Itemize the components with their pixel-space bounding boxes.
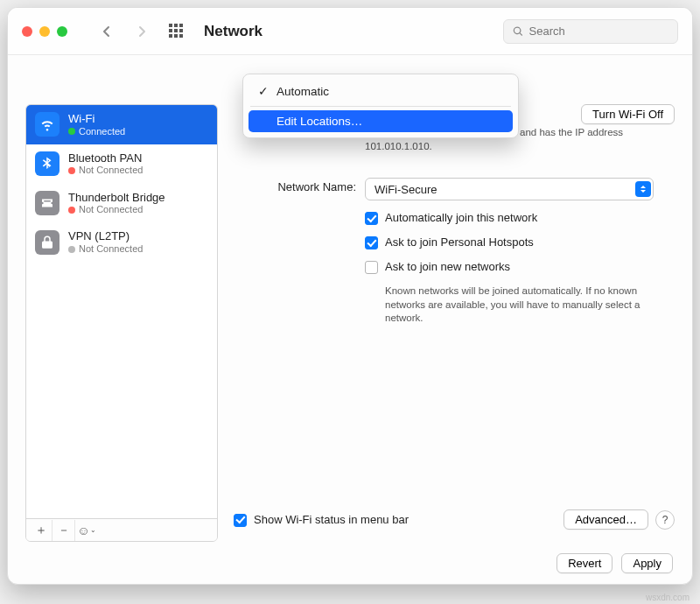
interface-name: VPN (L2TP)	[68, 229, 143, 243]
location-menu: ✓ Automatic Edit Locations…	[242, 74, 519, 138]
auto-join-label: Automatically join this network	[385, 211, 537, 224]
sidebar: Wi-Fi Connected Bluetooth PAN Not Connec…	[25, 104, 218, 542]
status-dot	[68, 128, 75, 135]
forward-button[interactable]	[129, 18, 155, 45]
window-title: Network	[204, 23, 262, 40]
network-name-select[interactable]: WiFi-Secure	[365, 178, 654, 200]
search-input[interactable]	[529, 25, 668, 38]
remove-interface-button[interactable]: －	[52, 520, 75, 541]
location-menu-item-automatic[interactable]: ✓ Automatic	[248, 80, 513, 102]
sidebar-item-bluetooth-pan[interactable]: Bluetooth PAN Not Connected	[26, 144, 217, 184]
sidebar-controls: ＋ － ☺︎⌄	[26, 518, 217, 541]
add-interface-button[interactable]: ＋	[30, 520, 52, 541]
chevron-updown-icon	[635, 181, 651, 197]
main-panel: Location: Status: Connected Turn Wi-Fi O…	[234, 69, 675, 542]
search-field[interactable]	[503, 19, 678, 44]
status-dot	[68, 167, 75, 174]
checkmark-icon: ✓	[257, 84, 270, 98]
wifi-icon	[35, 112, 60, 137]
network-name-value: WiFi-Secure	[374, 183, 438, 196]
ask-new-networks-checkbox[interactable]	[365, 261, 378, 274]
preferences-window: Network Wi-Fi Connected	[7, 7, 693, 585]
toolbar: Network	[8, 8, 692, 55]
sidebar-item-thunderbolt-bridge[interactable]: Thunderbolt Bridge Not Connected	[26, 184, 217, 223]
menu-separator	[250, 106, 511, 107]
back-button[interactable]	[94, 18, 120, 45]
show-menubar-checkbox[interactable]	[234, 514, 247, 527]
help-button[interactable]: ?	[655, 510, 675, 530]
window-controls	[22, 26, 67, 37]
thunderbolt-icon	[35, 191, 60, 215]
watermark: wsxdn.com	[646, 593, 690, 602]
zoom-window-button[interactable]	[57, 26, 67, 37]
minimize-window-button[interactable]	[39, 26, 50, 37]
status-dot	[68, 246, 75, 253]
turn-wifi-off-button[interactable]: Turn Wi-Fi Off	[581, 104, 675, 124]
network-name-label: Network Name:	[234, 178, 356, 193]
footer: Revert Apply	[8, 542, 692, 584]
show-menubar-label: Show Wi-Fi status in menu bar	[254, 513, 409, 526]
sidebar-item-vpn[interactable]: VPN (L2TP) Not Connected	[26, 222, 217, 262]
ask-new-networks-caption: Known networks will be joined automatica…	[385, 284, 656, 326]
search-icon	[513, 25, 524, 38]
ask-new-networks-label: Ask to join new networks	[385, 260, 510, 274]
auto-join-checkbox[interactable]	[365, 212, 378, 225]
ask-hotspots-checkbox[interactable]	[365, 236, 378, 249]
ask-hotspots-label: Ask to join Personal Hotspots	[385, 235, 534, 249]
close-window-button[interactable]	[22, 26, 32, 37]
interface-name: Thunderbolt Bridge	[68, 191, 165, 205]
apply-button[interactable]: Apply	[621, 553, 673, 573]
status-dot	[68, 207, 75, 214]
interface-name: Wi-Fi	[68, 112, 125, 126]
show-all-icon[interactable]	[169, 24, 185, 39]
revert-button[interactable]: Revert	[556, 553, 612, 573]
lock-icon	[35, 230, 60, 255]
sidebar-item-wifi[interactable]: Wi-Fi Connected	[26, 105, 217, 144]
bluetooth-icon	[35, 151, 60, 176]
interface-options-button[interactable]: ☺︎⌄	[75, 520, 98, 541]
location-menu-item-edit[interactable]: Edit Locations…	[248, 110, 513, 132]
advanced-button[interactable]: Advanced…	[564, 509, 648, 530]
interface-list: Wi-Fi Connected Bluetooth PAN Not Connec…	[26, 105, 217, 518]
interface-name: Bluetooth PAN	[68, 151, 143, 165]
